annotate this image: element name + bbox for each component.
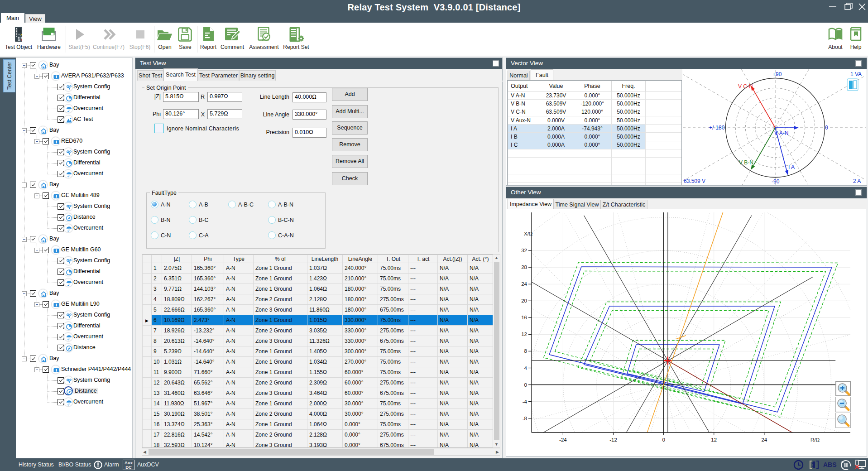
svg-text:32: 32 bbox=[521, 248, 527, 253]
svg-text:-12: -12 bbox=[609, 437, 617, 442]
svg-text:V A-N: V A-N bbox=[774, 130, 788, 136]
svg-text:-4: -4 bbox=[523, 399, 528, 404]
svg-text:24: 24 bbox=[521, 281, 527, 287]
svg-text:12: 12 bbox=[711, 437, 717, 442]
svg-text:-8: -8 bbox=[523, 416, 527, 421]
svg-text:I A: I A bbox=[788, 164, 795, 170]
svg-text:X/Ω: X/Ω bbox=[524, 231, 533, 236]
svg-text:20: 20 bbox=[521, 298, 527, 303]
svg-text:+90: +90 bbox=[772, 71, 782, 77]
svg-text:0: 0 bbox=[662, 437, 665, 442]
svg-text:28: 28 bbox=[521, 264, 527, 270]
svg-text:8: 8 bbox=[524, 348, 527, 354]
svg-text:-90: -90 bbox=[772, 178, 780, 185]
svg-text:-24: -24 bbox=[559, 437, 567, 442]
svg-text:V B-N: V B-N bbox=[739, 159, 753, 166]
svg-text:1 VA: 1 VA bbox=[850, 71, 862, 77]
svg-text:+/-180: +/-180 bbox=[709, 125, 725, 131]
svg-text:V C-N: V C-N bbox=[738, 83, 753, 90]
svg-text:0: 0 bbox=[524, 382, 527, 388]
svg-text:0: 0 bbox=[825, 125, 828, 131]
svg-text:12: 12 bbox=[521, 332, 527, 337]
svg-text:2 A: 2 A bbox=[853, 178, 861, 184]
svg-text:R/Ω: R/Ω bbox=[810, 437, 820, 442]
svg-text:16: 16 bbox=[521, 315, 527, 320]
svg-text:24: 24 bbox=[761, 437, 767, 442]
svg-text:4: 4 bbox=[524, 365, 528, 371]
svg-text:63.509 V: 63.509 V bbox=[684, 178, 705, 184]
